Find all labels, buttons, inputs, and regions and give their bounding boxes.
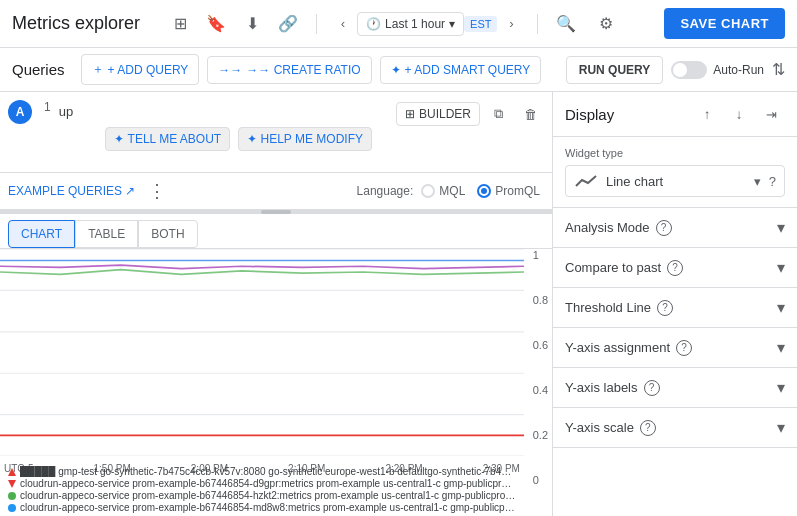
display-down-btn[interactable]: ↓ <box>725 100 753 128</box>
y-axis-scale-header[interactable]: Y-axis scale ? ▾ <box>553 408 797 447</box>
threshold-line-label: Threshold Line <box>565 300 651 315</box>
grid-icon-btn[interactable]: ⊞ <box>164 8 196 40</box>
legend-item-3: cloudrun-appeco-service prom-example-b67… <box>8 490 516 501</box>
nav-next-btn[interactable]: › <box>497 10 525 38</box>
expand-icon[interactable]: ⇅ <box>772 60 785 79</box>
mql-radio-dot <box>421 184 435 198</box>
copy-query-button[interactable]: ⧉ <box>484 100 512 128</box>
run-query-button[interactable]: RUN QUERY <box>566 56 664 84</box>
time-label: Last 1 hour <box>385 17 445 31</box>
add-smart-query-button[interactable]: ✦ + ADD SMART QUERY <box>380 56 542 84</box>
chart-legend: █████ gmp-test go-synthetic-7b475c4ccb-k… <box>0 464 524 516</box>
y-axis-labels-help[interactable]: ? <box>644 380 660 396</box>
threshold-line-section: Threshold Line ? ▾ <box>553 288 797 328</box>
display-up-btn[interactable]: ↑ <box>693 100 721 128</box>
analysis-mode-section: Analysis Mode ? ▾ <box>553 208 797 248</box>
compare-to-past-header[interactable]: Compare to past ? ▾ <box>553 248 797 287</box>
run-query-label: RUN QUERY <box>579 63 651 77</box>
language-label: Language: <box>357 184 414 198</box>
query-text[interactable]: up <box>59 100 380 123</box>
y-label-06: 0.6 <box>533 339 548 351</box>
add-query-button[interactable]: ＋ + ADD QUERY <box>81 54 200 85</box>
delete-query-button[interactable]: 🗑 <box>516 100 544 128</box>
query-label-a: A <box>0 92 40 124</box>
compare-to-past-label: Compare to past <box>565 260 661 275</box>
save-chart-button[interactable]: SAVE CHART <box>664 8 785 39</box>
header-icons: ⊞ 🔖 ⬇ 🔗 <box>164 8 304 40</box>
y-axis-assignment-help[interactable]: ? <box>676 340 692 356</box>
builder-button[interactable]: ⊞ BUILDER <box>396 102 480 126</box>
promql-radio-dot <box>477 184 491 198</box>
legend-text-4: cloudrun-appeco-service prom-example-b67… <box>20 502 516 513</box>
help-me-modify-button[interactable]: ✦ HELP ME MODIFY <box>238 127 372 151</box>
main-content: A 1 up ✦ TELL ME ABOUT ✦ HELP ME MODIFY … <box>0 92 797 516</box>
threshold-line-header[interactable]: Threshold Line ? ▾ <box>553 288 797 327</box>
widget-type-name: Line chart <box>606 174 746 189</box>
example-queries-link[interactable]: EXAMPLE QUERIES ↗ <box>8 184 135 198</box>
timezone-badge[interactable]: EST <box>464 16 497 32</box>
analysis-mode-label: Analysis Mode <box>565 220 650 235</box>
legend-text-2: cloudrun-appeco-service prom-example-b67… <box>20 478 516 489</box>
analysis-mode-help[interactable]: ? <box>656 220 672 236</box>
y-axis-assignment-title: Y-axis assignment ? <box>565 340 692 356</box>
table-tab[interactable]: TABLE <box>75 220 138 248</box>
query-number: 1 <box>40 92 55 114</box>
analysis-mode-header[interactable]: Analysis Mode ? ▾ <box>553 208 797 247</box>
legend-text-3: cloudrun-appeco-service prom-example-b67… <box>20 490 516 501</box>
compare-to-past-title: Compare to past ? <box>565 260 683 276</box>
widget-help-icon[interactable]: ? <box>769 174 776 189</box>
auto-run-switch[interactable] <box>671 61 707 79</box>
mql-radio[interactable]: MQL <box>421 184 465 198</box>
y-axis-scale-title: Y-axis scale ? <box>565 420 656 436</box>
search-btn[interactable]: 🔍 <box>550 8 582 40</box>
download-icon-btn[interactable]: ⬇ <box>236 8 268 40</box>
promql-radio[interactable]: PromQL <box>477 184 540 198</box>
legend-triangle-1 <box>8 468 16 476</box>
y-label-1: 1 <box>533 249 548 261</box>
y-axis-labels-label: Y-axis labels <box>565 380 638 395</box>
legend-item-1: █████ gmp-test go-synthetic-7b475c4ccb-k… <box>8 466 516 477</box>
nav-prev-btn[interactable]: ‹ <box>329 10 357 38</box>
header-divider-2 <box>537 14 538 34</box>
display-expand-btn[interactable]: ⇥ <box>757 100 785 128</box>
tell-me-about-button[interactable]: ✦ TELL ME ABOUT <box>105 127 230 151</box>
y-axis-scale-label: Y-axis scale <box>565 420 634 435</box>
example-queries-row: EXAMPLE QUERIES ↗ ⋮ Language: MQL PromQL <box>0 173 552 210</box>
bookmark-icon-btn[interactable]: 🔖 <box>200 8 232 40</box>
legend-item-4: cloudrun-appeco-service prom-example-b67… <box>8 502 516 513</box>
chart-tabs: CHART TABLE BOTH <box>0 214 552 249</box>
y-axis-labels-header[interactable]: Y-axis labels ? ▾ <box>553 368 797 407</box>
widget-type-selector[interactable]: Line chart ▾ ? <box>565 165 785 197</box>
query-row: A 1 up ✦ TELL ME ABOUT ✦ HELP ME MODIFY … <box>0 92 552 172</box>
y-axis-assignment-header[interactable]: Y-axis assignment ? ▾ <box>553 328 797 367</box>
settings-icon-btn[interactable]: ⚙ <box>590 8 622 40</box>
y-axis-assignment-section: Y-axis assignment ? ▾ <box>553 328 797 368</box>
y-axis-labels-title: Y-axis labels ? <box>565 380 660 396</box>
legend-dot-3 <box>8 492 16 500</box>
compare-to-past-help[interactable]: ? <box>667 260 683 276</box>
chart-tab[interactable]: CHART <box>8 220 75 248</box>
time-selector[interactable]: 🕐 Last 1 hour ▾ <box>357 12 464 36</box>
toggle-knob <box>673 63 687 77</box>
query-input-area: up ✦ TELL ME ABOUT ✦ HELP ME MODIFY <box>55 92 388 159</box>
link-icon-btn[interactable]: 🔗 <box>272 8 304 40</box>
query-editor: A 1 up ✦ TELL ME ABOUT ✦ HELP ME MODIFY … <box>0 92 552 173</box>
create-ratio-button[interactable]: →→ →→ CREATE RATIO <box>207 56 371 84</box>
smart-icon: ✦ <box>391 63 401 77</box>
app-header: Metrics explorer ⊞ 🔖 ⬇ 🔗 ‹ 🕐 Last 1 hour… <box>0 0 797 48</box>
query-actions: ✦ TELL ME ABOUT ✦ HELP ME MODIFY <box>59 123 380 159</box>
display-header: Display ↑ ↓ ⇥ <box>553 92 797 137</box>
compare-to-past-chevron: ▾ <box>777 258 785 277</box>
ratio-icon: →→ <box>218 63 242 77</box>
clock-icon: 🕐 <box>366 17 381 31</box>
more-options-button[interactable]: ⋮ <box>143 177 171 205</box>
y-axis-scale-chevron: ▾ <box>777 418 785 437</box>
analysis-mode-chevron: ▾ <box>777 218 785 237</box>
y-axis-assignment-chevron: ▾ <box>777 338 785 357</box>
widget-dropdown-icon: ▾ <box>754 174 761 189</box>
promql-radio-inner <box>481 188 487 194</box>
threshold-line-help[interactable]: ? <box>657 300 673 316</box>
y-axis-scale-help[interactable]: ? <box>640 420 656 436</box>
both-tab[interactable]: BOTH <box>138 220 197 248</box>
line-chart-icon <box>574 172 598 190</box>
